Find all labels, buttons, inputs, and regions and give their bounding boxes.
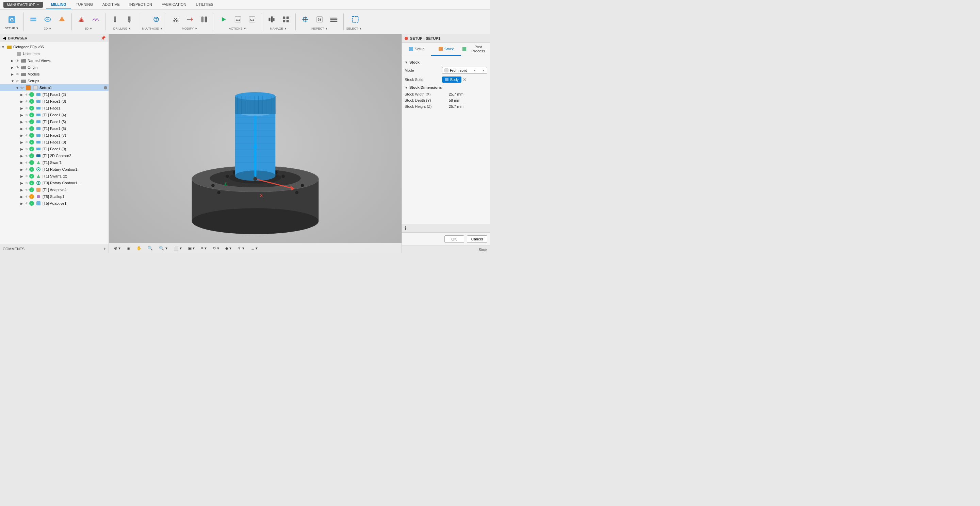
check-icon (29, 201, 34, 206)
btn-drilling2[interactable] (123, 13, 136, 25)
btn-3d-scallop[interactable] (89, 13, 102, 25)
svg-marker-22 (221, 17, 226, 22)
tab-inspection[interactable]: INSPECTION (124, 0, 157, 9)
mode-select[interactable]: From solid ▼ (442, 67, 487, 74)
toolbar-group-2d: 2D ▼ (27, 13, 72, 30)
btn-manage1[interactable] (265, 13, 278, 25)
op-label: [T1] Face1 (6) (43, 127, 107, 130)
btn-modify-scissors[interactable] (169, 13, 182, 25)
browser-pin-icon[interactable]: 📌 (101, 36, 106, 40)
tab-stock[interactable]: Stock (431, 43, 460, 56)
clear-body-button[interactable]: ✕ (463, 77, 467, 82)
vp-view-btn[interactable]: ▣ ▾ (185, 244, 197, 252)
tree-op-item[interactable]: ▶ 👁 [T1] Adaptive4 (0, 186, 108, 193)
btn-select1[interactable] (348, 13, 362, 25)
vp-render-btn[interactable]: ≡ ▾ (198, 244, 208, 252)
tree-origin[interactable]: ▶ 👁 Origin (0, 64, 108, 71)
manufacture-button[interactable]: MANUFACTURE (3, 2, 43, 8)
tab-turning[interactable]: TURNING (71, 0, 98, 9)
svg-rect-28 (271, 16, 272, 22)
tree-op-item[interactable]: ▶ 👁 [T1] 2D Contour2 (0, 152, 108, 159)
op-label: [T5] Scallop1 (43, 195, 107, 198)
comments-icon[interactable]: + (103, 247, 106, 251)
btn-3d-adaptive[interactable] (75, 13, 88, 25)
vp-snap-btn[interactable]: ⊕ ▾ (111, 244, 123, 252)
tab-postprocess[interactable]: Post Process (461, 43, 490, 56)
tree-op-arrow: ▶ (21, 140, 25, 144)
tree-op-icons: 👁 (25, 113, 34, 117)
svg-rect-20 (201, 16, 204, 22)
setup-button[interactable]: G SETUP ▼ (3, 12, 21, 31)
tab-setup[interactable]: Setup (402, 43, 431, 56)
tree-op-item[interactable]: ▶ 👁 [T1] Face1 (4) (0, 111, 108, 118)
tree-op-item[interactable]: ▶ 👁 [T1] Face1 (7) (0, 132, 108, 139)
tree-root-arrow: ▼ (2, 45, 6, 49)
btn-inspect2[interactable]: G (313, 13, 326, 25)
tree-op-item[interactable]: ▶ 👁 [T1] Swarf1 (0, 159, 108, 166)
info-icon[interactable]: ℹ (404, 225, 406, 231)
info-bar: ℹ (402, 224, 490, 232)
toolbar-group-manage: MANAGE ▼ (265, 13, 296, 30)
vp-grid-btn[interactable]: ▣ (124, 244, 133, 252)
op-eye-icon: 👁 (25, 113, 29, 117)
tree-named-views[interactable]: ▶ 👁 Named Views (0, 57, 108, 64)
ok-button[interactable]: OK (444, 235, 464, 243)
tree-op-icons: 👁 (25, 92, 34, 97)
op-type-icon (35, 200, 41, 206)
btn-actions-g2[interactable]: G2 (245, 13, 259, 25)
btn-modify-other[interactable] (197, 13, 211, 25)
body-button[interactable]: Body (442, 76, 461, 82)
btn-drilling[interactable] (108, 13, 122, 25)
check-icon (29, 92, 34, 97)
tree-op-item[interactable]: ▶ 👁 [T1] Rotary Contour1 (0, 166, 108, 173)
svg-rect-117 (409, 47, 413, 51)
tree-setups[interactable]: ▼ 👁 Setups (0, 78, 108, 84)
tree-models[interactable]: ▶ 👁 Models (0, 71, 108, 78)
op-label: [T1] Adaptive4 (43, 188, 107, 192)
btn-manage2[interactable] (279, 13, 293, 25)
btn-actions-simulate[interactable] (217, 13, 231, 25)
tree-op-item[interactable]: ▶ 👁 [T1] Face1 (8) (0, 139, 108, 146)
btn-2d-pocket[interactable] (55, 13, 69, 25)
op-label: [T1] Rotary Contour1 (43, 167, 107, 171)
browser-collapse-icon[interactable]: ◀ (3, 36, 6, 40)
vp-display-btn[interactable]: ⬜ ▾ (171, 244, 184, 252)
tree-op-item[interactable]: ▶ 👁 [T1] Face1 (6) (0, 125, 108, 132)
svg-point-77 (282, 175, 285, 178)
tab-utilities[interactable]: UTILITIES (191, 0, 218, 9)
stock-section-arrow[interactable]: ▼ (404, 60, 408, 64)
tree-op-item[interactable]: ▶ 👁 [T3] Rotary Contour1... (0, 179, 108, 186)
btn-inspect1[interactable] (298, 13, 312, 25)
vp-more-btn[interactable]: … ▾ (248, 244, 260, 252)
btn-multiaxis[interactable] (150, 13, 163, 25)
tab-additive[interactable]: ADDITIVE (98, 0, 124, 9)
tree-op-item[interactable]: ▶ 👁 [T5] Adaptive1 (0, 200, 108, 207)
tree-op-item[interactable]: ▶ 👁 [T1] Swarf1 (2) (0, 173, 108, 179)
btn-modify-trim[interactable] (183, 13, 197, 25)
vp-pan-btn[interactable]: ✋ (134, 244, 144, 252)
btn-inspect3[interactable] (327, 13, 340, 25)
tree-setup1[interactable]: ▼ 👁 Setup1 (0, 84, 108, 91)
svg-point-84 (217, 191, 221, 195)
tree-op-item[interactable]: ▶ 👁 [T1] Face1 (0, 105, 108, 111)
tree-op-item[interactable]: ▶ 👁 [T1] Face1 (5) (0, 118, 108, 125)
vp-zoom-btn[interactable]: 🔍 (145, 244, 155, 252)
vp-material-btn[interactable]: ◆ ▾ (223, 244, 234, 252)
vp-section-btn[interactable]: ✳ ▾ (235, 244, 247, 252)
svg-point-98 (235, 92, 275, 100)
tab-fabrication[interactable]: FABRICATION (157, 0, 191, 9)
tree-op-item[interactable]: ▶ 👁 [T1] Face1 (9) (0, 146, 108, 152)
btn-actions-g1[interactable]: G1 (231, 13, 245, 25)
tab-milling[interactable]: MILLING (46, 0, 71, 9)
btn-2d-face[interactable] (27, 13, 40, 25)
cancel-button[interactable]: Cancel (467, 235, 487, 243)
stock-dims-arrow[interactable]: ▼ (404, 86, 408, 89)
vp-zoom2-btn[interactable]: 🔍 ▾ (156, 244, 169, 252)
tree-root[interactable]: ▼ OctogoonTOp v35 (0, 43, 108, 50)
tree-op-item[interactable]: ▶ 👁 [T5] Scallop1 (0, 193, 108, 200)
tree-op-item[interactable]: ▶ 👁 [T1] Face1 (3) (0, 98, 108, 105)
vp-orbit-btn[interactable]: ↺ ▾ (210, 244, 221, 252)
tree-op-item[interactable]: ▶ 👁 [T1] Face1 (2) (0, 91, 108, 98)
viewport[interactable]: X Z ⊕ ▾ ▣ ✋ 🔍 🔍 ▾ ⬜ ▾ ▣ ▾ ≡ ▾ ↺ ▾ ◆ ▾ ✳ … (109, 34, 401, 253)
btn-2d-contour[interactable] (41, 13, 54, 25)
